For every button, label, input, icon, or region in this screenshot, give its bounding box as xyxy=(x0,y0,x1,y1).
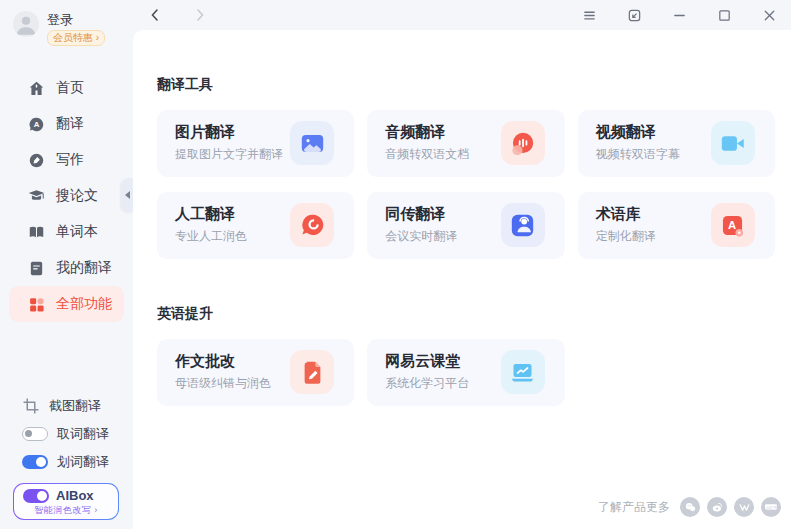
sidebar-item-label: 单词本 xyxy=(56,223,98,241)
tool-label: 划词翻译 xyxy=(57,453,109,471)
weibo-icon[interactable] xyxy=(707,497,727,517)
sidebar-item-label: 写作 xyxy=(56,151,84,169)
xiaohongshu-icon[interactable]: 小红书 xyxy=(761,497,781,517)
svg-text:小红书: 小红书 xyxy=(765,505,777,510)
simultaneous-translate-icon xyxy=(501,203,545,247)
sidebar-item-all-features[interactable]: 全部功能 xyxy=(9,286,124,322)
learn-more-label[interactable]: 了解产品更多 xyxy=(598,499,670,516)
main-panel: 翻译工具 图片翻译 提取图片文字并翻译 音频翻译 音频转双语文档 视频翻译 视频… xyxy=(133,30,791,529)
terminology-icon: A xyxy=(711,203,755,247)
card-video-translate[interactable]: 视频翻译 视频转双语字幕 xyxy=(578,110,775,177)
image-translate-icon xyxy=(290,121,334,165)
wechat-icon[interactable] xyxy=(680,497,700,517)
sidebar: 登录 会员特惠 › 首页 A 翻译 写作 搜论文 xyxy=(0,0,133,529)
sidebar-item-my-translations[interactable]: 我的翻译 xyxy=(9,250,124,286)
card-image-translate[interactable]: 图片翻译 提取图片文字并翻译 xyxy=(157,110,354,177)
video-translate-icon xyxy=(711,121,755,165)
screenshot-translate-item[interactable]: 截图翻译 xyxy=(22,392,126,420)
sidebar-item-wordbook[interactable]: 单词本 xyxy=(9,214,124,250)
word-select-toggle[interactable] xyxy=(22,455,48,469)
titlebar xyxy=(133,0,791,30)
card-audio-translate[interactable]: 音频翻译 音频转双语文档 xyxy=(367,110,564,177)
chevron-left-icon xyxy=(125,191,130,199)
aibox-label: AIBox xyxy=(56,488,94,503)
minimize-icon[interactable] xyxy=(670,6,688,24)
login-label[interactable]: 登录 xyxy=(47,12,105,27)
wordbook-icon xyxy=(28,224,45,241)
sidebar-nav: 首页 A 翻译 写作 搜论文 单词本 xyxy=(9,70,124,322)
tool-label: 取词翻译 xyxy=(57,425,109,443)
sidebar-item-label: 首页 xyxy=(56,79,84,97)
sidebar-item-label: 翻译 xyxy=(56,115,84,133)
cloud-classroom-icon xyxy=(501,350,545,394)
card-cloud-classroom[interactable]: 网易云课堂 系统化学习平台 xyxy=(367,339,564,406)
card-simultaneous-translate[interactable]: 同传翻译 会议实时翻译 xyxy=(367,192,564,259)
sidebar-collapse-handle[interactable] xyxy=(121,178,133,212)
wechat-channels-icon[interactable] xyxy=(734,497,754,517)
card-essay-correction[interactable]: 作文批改 母语级纠错与润色 xyxy=(157,339,354,406)
sidebar-item-label: 我的翻译 xyxy=(56,259,112,277)
my-translations-icon xyxy=(28,260,45,277)
paper-search-icon xyxy=(28,188,45,205)
forward-button[interactable] xyxy=(191,6,209,24)
mini-window-icon[interactable] xyxy=(625,6,643,24)
app-window: { "colors": { "accent_red": "#f0503e", "… xyxy=(0,0,791,529)
essay-correction-icon xyxy=(290,350,334,394)
sidebar-item-paper-search[interactable]: 搜论文 xyxy=(9,178,124,214)
word-select-translate-item[interactable]: 划词翻译 xyxy=(22,448,126,476)
word-capture-translate-item[interactable]: 取词翻译 xyxy=(22,420,126,448)
crop-icon xyxy=(22,397,40,415)
sidebar-item-translate[interactable]: A 翻译 xyxy=(9,106,124,142)
main-content: 翻译工具 图片翻译 提取图片文字并翻译 音频翻译 音频转双语文档 视频翻译 视频… xyxy=(133,30,791,406)
svg-text:A: A xyxy=(728,219,736,231)
vip-offer-badge[interactable]: 会员特惠 › xyxy=(47,30,105,46)
aibox-subtitle[interactable]: 智能润色改写 › xyxy=(14,504,118,517)
maximize-icon[interactable] xyxy=(715,6,733,24)
all-features-grid-icon xyxy=(28,296,45,313)
aibox-toggle[interactable] xyxy=(23,489,49,503)
word-capture-toggle[interactable] xyxy=(22,427,48,441)
menu-icon[interactable] xyxy=(580,6,598,24)
translation-tools-grid: 图片翻译 提取图片文字并翻译 音频翻译 音频转双语文档 视频翻译 视频转双语字幕 xyxy=(157,110,775,259)
english-improvement-grid: 作文批改 母语级纠错与润色 网易云课堂 系统化学习平台 xyxy=(157,339,775,406)
sidebar-item-label: 全部功能 xyxy=(56,295,112,313)
section-title-english-improvement: 英语提升 xyxy=(157,305,775,323)
sidebar-quick-tools: 截图翻译 取词翻译 划词翻译 xyxy=(22,392,126,476)
card-human-translate[interactable]: 人工翻译 专业人工润色 xyxy=(157,192,354,259)
close-icon[interactable] xyxy=(760,6,778,24)
sidebar-item-writing[interactable]: 写作 xyxy=(9,142,124,178)
card-terminology[interactable]: 术语库 定制化翻译 A xyxy=(578,192,775,259)
sidebar-item-label: 搜论文 xyxy=(56,187,98,205)
user-account-area[interactable]: 登录 会员特惠 › xyxy=(13,11,105,46)
tool-label: 截图翻译 xyxy=(49,397,101,415)
audio-translate-icon xyxy=(501,121,545,165)
human-translate-icon xyxy=(290,203,334,247)
back-button[interactable] xyxy=(146,6,164,24)
aibox-panel[interactable]: AIBox 智能润色改写 › xyxy=(13,483,119,520)
translate-icon: A xyxy=(28,116,45,133)
product-footer: 了解产品更多 小红书 xyxy=(598,497,781,517)
writing-icon xyxy=(28,152,45,169)
avatar[interactable] xyxy=(13,11,39,37)
section-title-translation-tools: 翻译工具 xyxy=(157,76,775,94)
home-icon xyxy=(28,80,45,97)
sidebar-item-home[interactable]: 首页 xyxy=(9,70,124,106)
svg-text:A: A xyxy=(34,120,40,129)
